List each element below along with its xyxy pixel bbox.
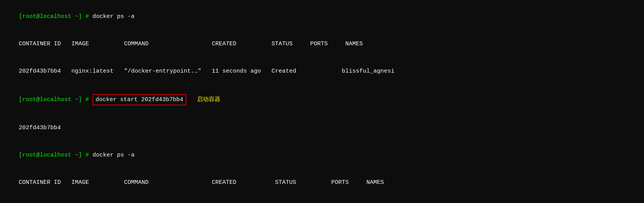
line-4: [root@localhost ~] # docker start 202fd4…	[5, 85, 639, 114]
line-3: 202fd43b7bb4 nginx:latest "/docker-entry…	[5, 58, 639, 85]
line-5: 202fd43b7bb4	[5, 114, 639, 142]
line-8: 202fd43b7bb4 nginx:latest "/docker-entry…	[5, 196, 639, 203]
line-6: [root@localhost ~] # docker ps -a	[5, 142, 639, 169]
container-id-1: 202fd43b7bb4	[19, 125, 61, 131]
prompt-2: [root@localhost ~] #	[19, 96, 89, 103]
cmd-1: docker ps -a	[89, 13, 135, 20]
prompt-3: [root@localhost ~] #	[19, 152, 89, 158]
line-1: [root@localhost ~] # docker ps -a	[5, 3, 639, 30]
row-1: 202fd43b7bb4 nginx:latest "/docker-entry…	[19, 68, 394, 75]
cmd-3: docker ps -a	[89, 152, 135, 158]
header-2: CONTAINER ID IMAGE COMMAND CREATED STATU…	[19, 179, 384, 186]
line-2: CONTAINER ID IMAGE COMMAND CREATED STATU…	[5, 30, 639, 58]
space-2	[89, 96, 92, 103]
terminal-window: [root@localhost ~] # docker ps -a CONTAI…	[5, 3, 639, 203]
space-ann	[186, 96, 197, 103]
cmd-box-start: docker start 202fd43b7bb4	[92, 94, 186, 105]
line-7: CONTAINER ID IMAGE COMMAND CREATED STATU…	[5, 169, 639, 196]
annotation-start: 启动容器	[197, 96, 220, 102]
header-1: CONTAINER ID IMAGE COMMAND CREATED STATU…	[19, 41, 363, 47]
prompt-1: [root@localhost ~] #	[19, 13, 89, 20]
